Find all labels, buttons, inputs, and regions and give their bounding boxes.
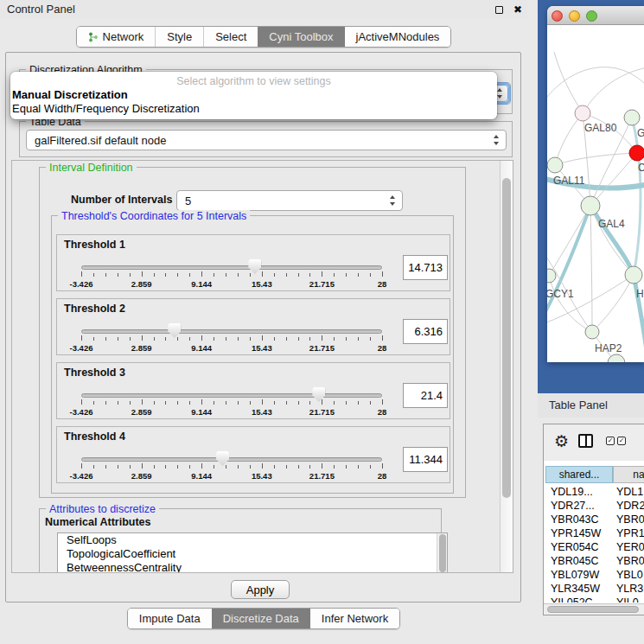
cell-shared-name: YER054C [545, 540, 613, 554]
network-node-gal80[interactable] [575, 105, 590, 121]
table-toolbar: ⚙ ✓ ✓ [544, 424, 644, 461]
list-item-selfloops[interactable]: SelfLoops [58, 533, 447, 547]
apply-button[interactable]: Apply [231, 580, 290, 599]
minimize-traffic-light-icon[interactable] [569, 10, 580, 22]
tick-mark [105, 337, 106, 341]
cell-shared-name: YBR043C [545, 513, 613, 526]
table-row[interactable]: YDR27...YDR2 [545, 499, 644, 513]
zoom-traffic-light-icon[interactable] [586, 10, 597, 22]
bottom-tab-impute-data[interactable]: Impute Data [128, 609, 212, 628]
slider-track[interactable] [81, 457, 382, 462]
threshold-value-field[interactable]: 14.713 [403, 255, 448, 280]
tick-mark [309, 337, 310, 341]
table-row[interactable]: YDL19...YDL1 [545, 485, 644, 499]
close-traffic-light-icon[interactable] [552, 10, 563, 22]
network-window-titlebar[interactable] [547, 6, 644, 25]
attributes-group-title: Attributes to discretize [46, 503, 159, 515]
list-scrollbar[interactable] [437, 533, 447, 573]
bottom-tab-infer-network[interactable]: Infer Network [310, 609, 399, 628]
slider-track[interactable] [81, 329, 382, 334]
checkbox-icon[interactable]: ✓ [617, 437, 626, 445]
tick-mark [382, 399, 383, 405]
table-row[interactable]: YBR045CYBR0 [545, 554, 644, 568]
horizontal-scrollbar[interactable] [544, 603, 644, 615]
table-row[interactable]: YLR345WYLR3 [545, 582, 644, 596]
cell-shared-name: YLR345W [545, 582, 613, 596]
tab-cyni-toolbox[interactable]: Cyni Toolbox [258, 27, 344, 47]
slider-thumb[interactable] [248, 259, 261, 274]
tick-label: 9.144 [182, 471, 220, 481]
table-row[interactable]: YBR043CYBR0 [545, 513, 644, 526]
bottom-tab-discretize-data[interactable]: Discretize Data [212, 609, 310, 628]
columns-icon[interactable] [578, 434, 593, 448]
tick-mark [262, 399, 263, 405]
slider-thumb[interactable] [216, 451, 229, 466]
table-row[interactable]: YPR145WYPR1 [545, 526, 644, 540]
bottom-tab-group: Impute DataDiscretize DataInfer Network [127, 608, 400, 629]
tick-mark [154, 273, 155, 277]
threshold-value-field[interactable]: 21.4 [403, 383, 448, 408]
tick-label: 9.144 [182, 407, 220, 417]
tick-mark [382, 463, 383, 469]
tab-jactivemnodules[interactable]: jActiveMNodules [345, 27, 451, 47]
network-canvas[interactable]: GAL80GCGAL11GAL4GCY1HHAP2 [547, 26, 644, 362]
scrollbar-thumb[interactable] [547, 606, 639, 613]
tick-label: 9.144 [182, 279, 220, 289]
cell-shared-name: YDR27... [545, 499, 613, 513]
tick-label: 21.715 [303, 279, 341, 289]
tick-mark [118, 401, 118, 405]
slider-track[interactable] [81, 393, 382, 398]
network-node-gal4[interactable] [581, 196, 600, 215]
node-label-h: H [636, 288, 644, 300]
menu-item-equal-width-frequency-discretization[interactable]: Equal Width/Frequency Discretization [10, 102, 497, 116]
tick-mark [346, 401, 347, 405]
tick-mark [346, 337, 347, 341]
slider-thumb[interactable] [312, 387, 325, 402]
column-header-name[interactable]: na [613, 466, 644, 483]
scrollbar-thumb[interactable] [502, 178, 511, 498]
table-row[interactable]: YBL079WYBL0 [545, 568, 644, 582]
tick-mark [309, 401, 310, 405]
node-label-hap2: HAP2 [595, 342, 622, 354]
network-node-gcy1[interactable] [547, 269, 556, 283]
network-node-hap2[interactable] [585, 325, 599, 339]
slider-thumb[interactable] [168, 323, 181, 338]
checkbox-icon[interactable]: ✓ [606, 437, 615, 445]
float-window-icon[interactable] [495, 6, 503, 14]
table-data-combobox[interactable]: galFiltered.sif default node [26, 130, 507, 150]
tick-mark [370, 337, 371, 341]
slider-track[interactable] [81, 265, 382, 270]
tick-mark [177, 273, 178, 277]
network-node-c[interactable] [629, 145, 644, 161]
number-of-intervals-value: 5 [185, 191, 191, 210]
tab-style[interactable]: Style [155, 27, 203, 47]
table-row[interactable]: YER054CYER0 [545, 540, 644, 554]
network-node-gal11[interactable] [547, 157, 563, 173]
tick-mark [118, 465, 118, 469]
tick-label: 15.43 [243, 279, 281, 289]
tick-mark [262, 463, 263, 469]
close-icon[interactable]: ✖ [513, 3, 522, 16]
tick-mark [81, 399, 82, 405]
cell-shared-name: YDL19... [545, 485, 613, 499]
tab-network[interactable]: Network [77, 27, 156, 47]
threshold-value-field[interactable]: 6.316 [403, 319, 448, 344]
column-header-shared-name[interactable]: shared... [545, 466, 613, 483]
tick-mark [142, 463, 143, 469]
list-item-topologicalcoefficient[interactable]: TopologicalCoefficient [58, 547, 447, 561]
vertical-scrollbar[interactable] [500, 161, 513, 572]
network-node-h[interactable] [625, 266, 642, 284]
algorithm-dropdown-popup: Select algorithm to view settings Manual… [10, 72, 497, 119]
tick-mark [189, 273, 190, 277]
numerical-attributes-list[interactable]: SelfLoopsTopologicalCoefficientBetweenne… [57, 532, 448, 573]
tick-mark [370, 273, 371, 277]
tick-label: 15.43 [243, 471, 281, 481]
table-row[interactable]: YIL052CYIL0 [545, 596, 644, 603]
tab-select[interactable]: Select [203, 27, 258, 47]
threshold-value-field[interactable]: 11.344 [403, 447, 448, 472]
list-item-betweennesscentrality[interactable]: BetweennessCentrality [58, 561, 447, 573]
network-node-g[interactable] [624, 110, 640, 125]
menu-item-manual-discretization[interactable]: Manual Discretization [10, 88, 497, 102]
gear-icon[interactable]: ⚙ [554, 431, 569, 450]
number-of-intervals-combobox[interactable]: 5 [176, 190, 403, 211]
